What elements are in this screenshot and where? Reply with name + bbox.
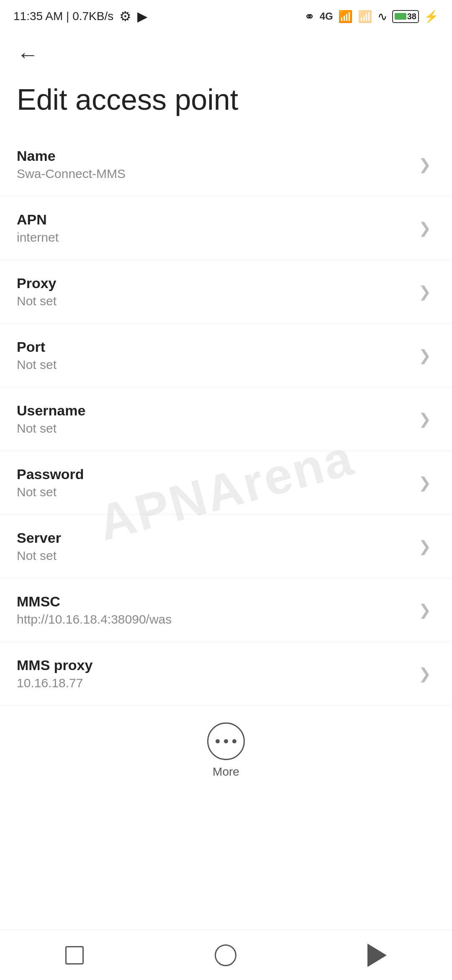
settings-item-content: Name Swa-Connect-MMS — [17, 148, 410, 181]
chevron-right-icon: ❯ — [419, 156, 431, 173]
settings-item[interactable]: APN internet ❯ — [0, 196, 452, 260]
home-button[interactable] — [198, 936, 253, 975]
settings-item[interactable]: Server Not set ❯ — [0, 515, 452, 578]
time-display: 11:35 AM | 0.7KB/s — [13, 10, 113, 23]
back-nav-icon — [367, 944, 387, 967]
signal-bars2-icon: 📶 — [358, 10, 372, 23]
settings-item-label: MMS proxy — [17, 657, 410, 673]
settings-list: Name Swa-Connect-MMS ❯ APN internet ❯ Pr… — [0, 133, 452, 706]
signal-bars-icon: 📶 — [338, 10, 353, 23]
chevron-right-icon: ❯ — [419, 410, 431, 428]
settings-item-value: Not set — [17, 549, 410, 563]
settings-icon: ⚙ — [119, 8, 131, 24]
recent-apps-button[interactable] — [49, 938, 100, 973]
settings-item-value: 10.16.18.77 — [17, 676, 410, 690]
battery-indicator: 38 — [392, 10, 419, 23]
settings-item-label: Username — [17, 402, 410, 419]
more-dots-icon — [216, 739, 236, 743]
more-section: More — [0, 706, 452, 791]
more-label: More — [213, 765, 239, 779]
bolt-icon: ⚡ — [424, 10, 439, 23]
settings-item-value: Not set — [17, 485, 410, 499]
settings-item[interactable]: MMS proxy 10.16.18.77 ❯ — [0, 642, 452, 706]
settings-item-label: Name — [17, 148, 410, 164]
back-nav-button[interactable] — [351, 935, 403, 975]
home-icon — [215, 944, 236, 966]
settings-item-label: MMSC — [17, 593, 410, 610]
settings-item-label: Proxy — [17, 275, 410, 291]
settings-item[interactable]: MMSC http://10.16.18.4:38090/was ❯ — [0, 578, 452, 642]
status-time: 11:35 AM | 0.7KB/s ⚙ ▶ — [13, 8, 148, 24]
wifi-icon: ∿ — [378, 10, 387, 23]
settings-item[interactable]: Password Not set ❯ — [0, 451, 452, 515]
bluetooth-icon: ⚭ — [304, 9, 315, 24]
bottom-nav — [0, 930, 452, 980]
chevron-right-icon: ❯ — [419, 283, 431, 301]
settings-item-label: Port — [17, 339, 410, 355]
more-button[interactable] — [207, 722, 245, 760]
chevron-right-icon: ❯ — [419, 665, 431, 683]
settings-item-label: Server — [17, 530, 410, 546]
settings-item-value: Not set — [17, 294, 410, 308]
recent-apps-icon — [65, 946, 84, 965]
settings-item-content: Port Not set — [17, 339, 410, 372]
settings-item-content: Proxy Not set — [17, 275, 410, 308]
settings-item-value: Not set — [17, 421, 410, 436]
settings-item-content: MMS proxy 10.16.18.77 — [17, 657, 410, 690]
signal-4g-icon: 4G — [320, 10, 333, 22]
chevron-right-icon: ❯ — [419, 538, 431, 555]
back-arrow-icon: ← — [17, 42, 39, 67]
chevron-right-icon: ❯ — [419, 347, 431, 364]
settings-item-label: Password — [17, 466, 410, 482]
settings-item-value: Swa-Connect-MMS — [17, 167, 410, 181]
settings-item[interactable]: Username Not set ❯ — [0, 387, 452, 451]
page-title: Edit access point — [0, 75, 452, 133]
settings-item[interactable]: Port Not set ❯ — [0, 324, 452, 387]
settings-item-content: MMSC http://10.16.18.4:38090/was — [17, 593, 410, 627]
settings-item-value: http://10.16.18.4:38090/was — [17, 612, 410, 627]
settings-item-content: Server Not set — [17, 530, 410, 563]
settings-item-content: APN internet — [17, 211, 410, 245]
back-button[interactable]: ← — [0, 29, 452, 75]
settings-item-value: Not set — [17, 358, 410, 372]
chevron-right-icon: ❯ — [419, 219, 431, 237]
settings-item-label: APN — [17, 211, 410, 228]
chevron-right-icon: ❯ — [419, 474, 431, 492]
video-icon: ▶ — [137, 8, 148, 24]
chevron-right-icon: ❯ — [419, 601, 431, 619]
settings-item-content: Username Not set — [17, 402, 410, 436]
status-icons: ⚭ 4G 📶 📶 ∿ 38 ⚡ — [304, 9, 439, 24]
status-bar: 11:35 AM | 0.7KB/s ⚙ ▶ ⚭ 4G 📶 📶 ∿ 38 ⚡ — [0, 0, 452, 29]
settings-item[interactable]: Name Swa-Connect-MMS ❯ — [0, 133, 452, 196]
settings-item-value: internet — [17, 230, 410, 245]
settings-item[interactable]: Proxy Not set ❯ — [0, 260, 452, 324]
settings-item-content: Password Not set — [17, 466, 410, 499]
